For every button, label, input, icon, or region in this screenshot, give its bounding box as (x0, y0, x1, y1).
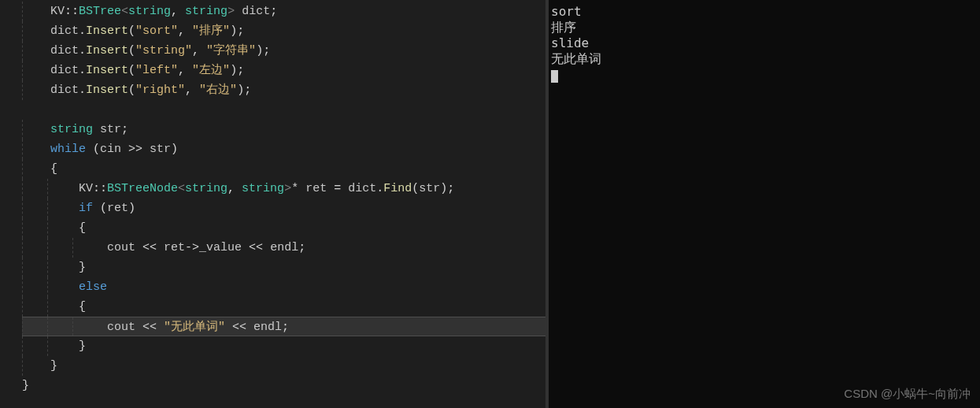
code-text: } (22, 261, 86, 274)
indent-guide (47, 317, 48, 336)
code-line[interactable]: } (22, 336, 545, 356)
code-text: cout << ret->_value << endl; (22, 241, 305, 254)
watermark: CSDN @小蜗牛~向前冲 (844, 386, 971, 402)
gutter (0, 0, 16, 408)
code-text: { (22, 221, 86, 235)
code-text: dict.Insert("right", "右边"); (22, 83, 251, 97)
indent-guide (22, 218, 23, 238)
indent-guide (47, 179, 48, 198)
code-line[interactable]: { (22, 218, 545, 238)
code-text: cout << "无此单词" << endl; (22, 321, 289, 334)
indent-guide (47, 258, 48, 277)
indent-guide (22, 139, 23, 159)
code-line[interactable]: { (22, 297, 545, 317)
code-line[interactable]: else (22, 277, 545, 297)
indent-guide (22, 61, 23, 80)
indent-guide (22, 336, 23, 356)
terminal-line: slide (551, 35, 978, 51)
code-line[interactable]: cout << "无此单词" << endl; (22, 317, 545, 336)
code-text: } (22, 359, 57, 373)
code-text: if (ret) (22, 202, 135, 215)
code-line[interactable]: } (22, 376, 545, 395)
indent-guide (72, 238, 73, 258)
cursor-icon (551, 70, 558, 83)
indent-guide (22, 41, 23, 61)
indent-guide (47, 218, 48, 238)
code-line[interactable]: { (22, 159, 545, 179)
code-text: dict.Insert("left", "左边"); (22, 64, 244, 77)
indent-guide (22, 277, 23, 297)
indent-guide (22, 120, 23, 139)
code-line[interactable]: KV::BSTreeNode<string, string>* ret = di… (22, 179, 545, 198)
code-text: } (22, 379, 29, 392)
terminal-pane[interactable]: sort排序slide无此单词 CSDN @小蜗牛~向前冲 (549, 0, 980, 408)
code-line[interactable]: while (cin >> str) (22, 139, 545, 159)
code-line[interactable]: dict.Insert("left", "左边"); (22, 61, 545, 80)
code-text: } (22, 339, 86, 353)
terminal-line: 无此单词 (551, 51, 978, 67)
indent-guide (47, 297, 48, 317)
code-line[interactable]: dict.Insert("string", "字符串"); (22, 41, 545, 61)
indent-guide (22, 21, 23, 41)
code-line[interactable]: if (ret) (22, 198, 545, 218)
code-text: string str; (22, 123, 128, 136)
indent-guide (22, 238, 23, 258)
indent-guide (22, 159, 23, 179)
indent-guide (22, 258, 23, 277)
code-line[interactable]: KV::BSTree<string, string> dict; (22, 2, 545, 21)
indent-guide (22, 297, 23, 317)
indent-guide (22, 179, 23, 198)
terminal-cursor-line[interactable] (551, 67, 978, 83)
code-editor-pane[interactable]: KV::BSTree<string, string> dict; dict.In… (0, 0, 545, 408)
indent-guide (47, 198, 48, 218)
code-content[interactable]: KV::BSTree<string, string> dict; dict.In… (0, 0, 545, 395)
code-text: { (22, 162, 57, 176)
indent-guide (22, 356, 23, 376)
code-line[interactable]: } (22, 258, 545, 277)
code-line[interactable]: dict.Insert("right", "右边"); (22, 80, 545, 100)
code-text: KV::BSTreeNode<string, string>* ret = di… (22, 182, 454, 195)
terminal-line: sort (551, 4, 978, 20)
code-text: KV::BSTree<string, string> dict; (22, 5, 277, 18)
indent-guide (47, 238, 48, 258)
terminal-output: sort排序slide无此单词 (551, 4, 978, 67)
indent-guide (47, 277, 48, 297)
indent-guide (22, 80, 23, 100)
indent-guide (22, 317, 23, 336)
indent-guide (72, 317, 73, 336)
code-text: else (22, 280, 107, 294)
code-text: dict.Insert("string", "字符串"); (22, 44, 270, 57)
code-line[interactable]: string str; (22, 120, 545, 139)
code-line[interactable]: } (22, 356, 545, 376)
code-line[interactable]: dict.Insert("sort", "排序"); (22, 21, 545, 41)
indent-guide (47, 336, 48, 356)
code-line[interactable] (22, 100, 545, 120)
terminal-line: 排序 (551, 20, 978, 35)
code-text: { (22, 300, 86, 313)
code-text: while (cin >> str) (22, 143, 178, 156)
code-text: dict.Insert("sort", "排序"); (22, 24, 244, 38)
indent-guide (22, 2, 23, 21)
code-line[interactable]: cout << ret->_value << endl; (22, 238, 545, 258)
indent-guide (22, 198, 23, 218)
